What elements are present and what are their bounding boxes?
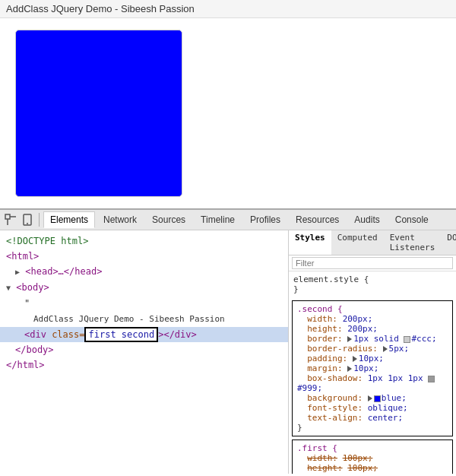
tab-sources[interactable]: Sources bbox=[145, 211, 192, 228]
second-rule-background: background: blue; bbox=[297, 393, 448, 403]
tab-timeline[interactable]: Timeline bbox=[194, 211, 242, 228]
html-div[interactable]: <div class=first second></div> bbox=[0, 327, 288, 342]
tab-profiles[interactable]: Profiles bbox=[243, 211, 287, 228]
html-text: AddClass JQuery Demo - Sibeesh Passion bbox=[0, 311, 288, 327]
element-style-block: element.style { } bbox=[289, 271, 456, 297]
inspect-icon[interactable] bbox=[3, 212, 18, 227]
second-rule-border: border: 1px solid #ccc; bbox=[297, 334, 448, 344]
second-rule-width: width: 200px; bbox=[297, 314, 448, 324]
second-rule-box-shadow: box-shadow: 1px 1px 1px #999; bbox=[297, 373, 448, 393]
second-close: } bbox=[297, 423, 448, 433]
svg-rect-0 bbox=[5, 214, 10, 219]
html-body-open: ▼ <body> bbox=[0, 280, 288, 296]
html-close: </html> bbox=[0, 357, 288, 373]
second-rule-margin: margin: 10px; bbox=[297, 363, 448, 373]
html-doctype: <!DOCTYPE html> bbox=[0, 233, 288, 249]
title-bar: AddClass JQuery Demo - Sibeesh Passion bbox=[0, 0, 456, 18]
second-rule-font-style: font-style: oblique; bbox=[297, 403, 448, 413]
styles-tabs: Styles Computed Event Listeners DOM bbox=[289, 230, 456, 255]
blue-box bbox=[15, 30, 182, 197]
svg-point-4 bbox=[27, 223, 28, 224]
page-title: AddClass JQuery Demo - Sibeesh Passion bbox=[6, 3, 195, 14]
first-selector: .first { bbox=[297, 443, 448, 453]
second-selector: .second { bbox=[297, 304, 448, 314]
second-style-block: .second { width: 200px; height: 200px; b… bbox=[292, 300, 453, 436]
styles-panel: Styles Computed Event Listeners DOM elem… bbox=[289, 230, 456, 474]
tab-resources[interactable]: Resources bbox=[289, 211, 346, 228]
second-rule-border-radius: border-radius: 5px; bbox=[297, 344, 448, 354]
tab-dom[interactable]: DOM bbox=[441, 230, 456, 255]
separator bbox=[39, 213, 40, 227]
tab-elements[interactable]: Elements bbox=[43, 211, 95, 228]
demo-area bbox=[0, 18, 456, 208]
first-style-block: .first { width: 100px; height: 100px; bo… bbox=[292, 440, 453, 474]
tab-network[interactable]: Network bbox=[97, 211, 144, 228]
html-open: <html> bbox=[0, 249, 288, 264]
second-rule-height: height: 200px; bbox=[297, 324, 448, 334]
filter-bar bbox=[289, 255, 456, 271]
html-panel: <!DOCTYPE html> <html> ▶ <head>…</head> … bbox=[0, 230, 289, 474]
filter-input[interactable] bbox=[292, 257, 453, 269]
html-head: ▶ <head>…</head> bbox=[0, 264, 288, 280]
first-rule-width: width: 100px; bbox=[297, 453, 448, 463]
html-body-close: </body> bbox=[0, 342, 288, 357]
second-rule-padding: padding: 10px; bbox=[297, 354, 448, 363]
tab-console[interactable]: Console bbox=[388, 211, 435, 228]
html-quote: " bbox=[0, 296, 288, 311]
devtools-main: <!DOCTYPE html> <html> ▶ <head>…</head> … bbox=[0, 230, 456, 474]
devtools-toolbar: Elements Network Sources Timeline Profil… bbox=[0, 208, 456, 230]
tab-audits[interactable]: Audits bbox=[347, 211, 386, 228]
first-rule-border: border: 1px solid bbox=[297, 473, 448, 474]
tab-computed[interactable]: Computed bbox=[331, 230, 384, 255]
tab-event-listeners[interactable]: Event Listeners bbox=[384, 230, 442, 255]
first-rule-height: height: 100px; bbox=[297, 463, 448, 473]
mobile-icon[interactable] bbox=[20, 212, 35, 227]
second-rule-text-align: text-align: center; bbox=[297, 413, 448, 423]
tab-styles[interactable]: Styles bbox=[289, 230, 331, 255]
